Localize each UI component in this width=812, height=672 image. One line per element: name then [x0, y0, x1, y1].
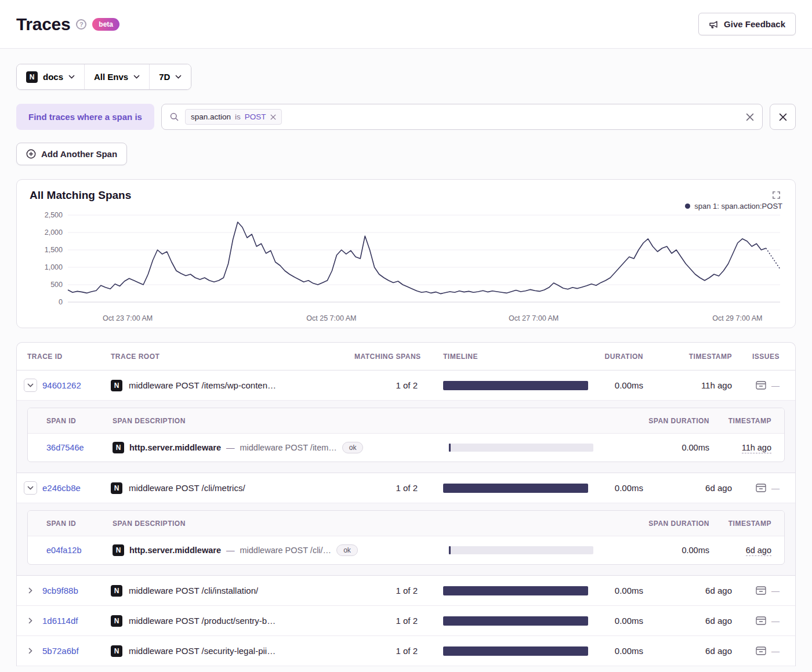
clear-search-icon[interactable] [746, 113, 754, 121]
span-search-input[interactable]: span.action is POST [161, 104, 763, 130]
issues-icon [756, 484, 766, 492]
trace-timeline-bar[interactable] [443, 381, 588, 390]
search-filter-token[interactable]: span.action is POST [185, 109, 282, 125]
nextjs-project-icon: N [111, 615, 122, 627]
svg-text:2,000: 2,000 [45, 228, 63, 237]
chevron-down-icon [175, 75, 182, 79]
span-timestamp[interactable]: 6d ago [746, 546, 771, 556]
span-description-separator: — [226, 546, 235, 555]
trace-id-link[interactable]: 94601262 [42, 380, 81, 390]
col-duration: DURATION [594, 353, 650, 361]
filter-segmented-control: N docs All Envs 7D [16, 64, 191, 90]
remove-span-condition-button[interactable] [770, 104, 796, 130]
collapse-row-button[interactable] [24, 379, 37, 392]
span-operation: http.server.middleware [129, 443, 221, 452]
issues-icon [756, 586, 766, 595]
token-key: span.action [191, 112, 231, 121]
col-span-timestamp: TIMESTAMP [717, 520, 784, 528]
trace-row: 5b72a6bfNmiddleware POST /security-legal… [17, 636, 795, 666]
trace-timeline-bar[interactable] [443, 616, 588, 626]
svg-text:2,500: 2,500 [45, 211, 63, 219]
nextjs-project-icon: N [111, 380, 122, 391]
matching-spans-value: 1 of 2 [347, 483, 426, 493]
trace-duration: 0.00ms [594, 380, 650, 390]
matching-spans-value: 1 of 2 [347, 586, 426, 595]
span-timestamp[interactable]: 11h ago [742, 443, 771, 453]
trace-duration: 0.00ms [594, 586, 650, 595]
trace-timestamp[interactable]: 6d ago [705, 586, 732, 595]
expanded-spans-section: SPAN IDSPAN DESCRIPTIONSPAN DURATIONTIME… [17, 401, 795, 473]
trace-id-link[interactable]: 5b72a6bf [42, 646, 79, 656]
trace-root-text: middleware POST /items/wp-conten… [129, 380, 276, 390]
expand-row-button[interactable] [24, 644, 37, 658]
trace-timeline-bar[interactable] [443, 646, 588, 656]
give-feedback-label: Give Feedback [724, 19, 785, 29]
trace-id-link[interactable]: 1d6114df [42, 616, 78, 626]
page-content: N docs All Envs 7D Find traces where a s… [0, 49, 812, 672]
project-filter-value: docs [43, 72, 63, 82]
col-timestamp: TIMESTAMP [650, 353, 739, 361]
collapse-row-button[interactable] [24, 481, 37, 495]
trace-timeline-bar[interactable] [443, 484, 588, 493]
spans-sub-table-header: SPAN IDSPAN DESCRIPTIONSPAN DURATIONTIME… [28, 511, 784, 536]
matching-spans-value: 1 of 2 [347, 380, 426, 390]
span-timeline-track [448, 444, 593, 452]
col-span-timestamp: TIMESTAMP [717, 417, 784, 425]
help-icon[interactable]: ? [76, 19, 86, 30]
timeline-cell [426, 381, 594, 390]
plus-circle-icon [26, 149, 36, 159]
fullscreen-icon[interactable] [770, 189, 782, 201]
trace-root-text: middleware POST /product/sentry-b… [129, 616, 276, 626]
page-filter-bar: N docs All Envs 7D [16, 64, 796, 90]
give-feedback-button[interactable]: Give Feedback [698, 13, 796, 35]
trace-row: 94601262Nmiddleware POST /items/wp-conte… [17, 370, 795, 401]
chart-title: All Matching Spans [30, 189, 131, 202]
col-trace-root: TRACE ROOT [104, 353, 347, 361]
spans-sub-table-header: SPAN IDSPAN DESCRIPTIONSPAN DURATIONTIME… [28, 408, 784, 434]
col-trace-id: TRACE ID [17, 353, 104, 361]
trace-row: 9cb9f88bNmiddleware POST /cli/installati… [17, 576, 795, 606]
issues-icon [756, 381, 766, 390]
issues-empty-dash: — [771, 586, 780, 595]
legend-series-label: span 1: span.action:POST [694, 202, 782, 210]
col-span-duration: SPAN DURATION [601, 520, 717, 528]
spans-line-chart: 05001,0001,5002,0002,500Oct 23 7:00 AMOc… [30, 210, 784, 324]
trace-timeline-bar[interactable] [443, 586, 588, 595]
expanded-spans-section: SPAN IDSPAN DESCRIPTIONSPAN DURATIONTIME… [17, 503, 795, 576]
col-span-description: SPAN DESCRIPTION [103, 417, 445, 425]
trace-id-link[interactable]: e246cb8e [42, 483, 81, 493]
span-id-link[interactable]: e04fa12b [46, 546, 81, 555]
traces-table-body: 94601262Nmiddleware POST /items/wp-conte… [17, 370, 795, 666]
expand-row-button[interactable] [24, 584, 37, 597]
span-timeline-track [448, 546, 593, 554]
span-filter-label: Find traces where a span is [16, 104, 154, 130]
project-filter-dropdown[interactable]: N docs [17, 64, 84, 89]
search-icon [170, 112, 179, 121]
expand-row-button[interactable] [24, 614, 37, 627]
add-another-span-button[interactable]: Add Another Span [16, 143, 127, 165]
span-status-badge: ok [336, 544, 358, 556]
trace-timestamp[interactable]: 6d ago [705, 483, 732, 493]
chart-legend: span 1: span.action:POST [30, 202, 782, 210]
col-matching-spans: MATCHING SPANS [347, 353, 426, 361]
timeline-cell [426, 484, 594, 493]
col-issues: ISSUES [739, 353, 795, 361]
timeline-cell [426, 616, 594, 626]
trace-id-link[interactable]: 9cb9f88b [42, 586, 78, 595]
trace-timestamp[interactable]: 11h ago [701, 380, 732, 390]
trace-root-text: middleware POST /security-legal-pii… [129, 646, 276, 656]
trace-timestamp[interactable]: 6d ago [705, 646, 732, 656]
timeline-cell [426, 646, 594, 656]
remove-token-icon[interactable] [270, 114, 276, 120]
span-id-link[interactable]: 36d7546e [46, 443, 84, 452]
page-header: Traces ? beta Give Feedback [0, 0, 812, 49]
beta-badge: beta [92, 18, 119, 31]
trace-timestamp[interactable]: 6d ago [705, 616, 732, 626]
environment-filter-dropdown[interactable]: All Envs [84, 64, 149, 89]
date-range-filter-dropdown[interactable]: 7D [149, 64, 191, 89]
trace-root-text: middleware POST /cli/metrics/ [129, 483, 245, 493]
nextjs-project-icon: N [113, 442, 124, 453]
col-span-description: SPAN DESCRIPTION [103, 520, 445, 528]
spans-sub-table: SPAN IDSPAN DESCRIPTIONSPAN DURATIONTIME… [27, 408, 785, 462]
svg-text:Oct 23 7:00 AM: Oct 23 7:00 AM [103, 314, 153, 322]
